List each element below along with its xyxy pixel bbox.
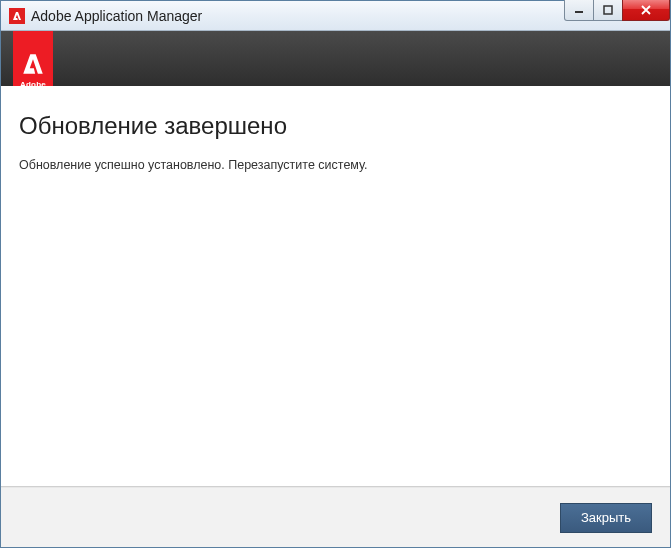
content-area: Обновление завершено Обновление успешно … — [1, 86, 670, 487]
status-message: Обновление успешно установлено. Перезапу… — [19, 158, 652, 172]
window-title: Adobe Application Manager — [31, 8, 202, 24]
window-controls — [565, 0, 670, 21]
svg-rect-0 — [575, 11, 583, 13]
adobe-badge: Adobe — [13, 31, 53, 93]
close-button[interactable]: Закрыть — [560, 503, 652, 533]
maximize-button[interactable] — [593, 0, 623, 21]
svg-rect-1 — [604, 6, 612, 14]
page-title: Обновление завершено — [19, 112, 652, 140]
minimize-icon — [574, 5, 584, 15]
minimize-button[interactable] — [564, 0, 594, 21]
application-window: Adobe Application Manager — [0, 0, 671, 548]
adobe-logo-icon — [19, 51, 47, 77]
footer: Закрыть — [1, 487, 670, 547]
adobe-app-icon — [9, 8, 25, 24]
header-band: Adobe — [1, 31, 670, 86]
maximize-icon — [603, 5, 613, 15]
window-close-button[interactable] — [622, 0, 670, 21]
titlebar[interactable]: Adobe Application Manager — [1, 1, 670, 31]
close-icon — [640, 5, 652, 15]
